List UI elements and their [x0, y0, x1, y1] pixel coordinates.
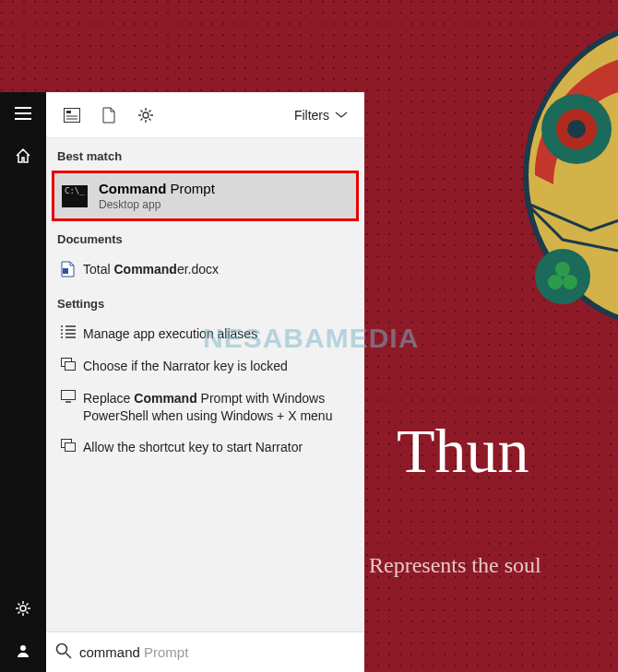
setting-result-text: Manage app execution aliases: [83, 325, 353, 343]
best-match-title: Command Prompt: [99, 181, 215, 196]
overlay-icon: [57, 439, 79, 452]
home-icon: [15, 147, 31, 164]
setting-result-narrator-shortcut[interactable]: Allow the shortcut key to start Narrator: [50, 431, 361, 464]
wallpaper-title: Thun: [397, 415, 529, 488]
scope-settings-button[interactable]: [127, 92, 164, 138]
wallpaper-art: Thun Represents the soul: [369, 0, 618, 672]
svg-point-1: [556, 109, 597, 149]
svg-point-2: [567, 120, 586, 138]
svg-rect-17: [62, 390, 76, 399]
svg-rect-11: [65, 108, 80, 122]
gear-icon: [15, 600, 31, 617]
setting-result-narrator-lock[interactable]: Choose if the Narrator key is locked: [50, 350, 361, 383]
settings-button[interactable]: [0, 587, 46, 630]
docx-icon: [57, 261, 79, 277]
scope-documents-button[interactable]: [90, 92, 127, 138]
setting-result-aliases[interactable]: Manage app execution aliases: [50, 318, 361, 350]
search-results-panel: Filters Best match C:\_ Command Prompt D…: [46, 92, 364, 672]
apps-scope-icon: [64, 108, 80, 123]
best-match-subtitle: Desktop app: [99, 198, 215, 211]
svg-point-10: [20, 645, 26, 651]
filters-label: Filters: [294, 108, 329, 123]
person-icon: [16, 643, 30, 658]
svg-point-0: [541, 94, 612, 164]
panel-header: Filters: [46, 92, 364, 138]
svg-point-13: [143, 112, 149, 118]
document-scope-icon: [102, 107, 115, 124]
document-result-text: Total Commander.docx: [83, 261, 353, 278]
svg-rect-19: [65, 443, 76, 452]
home-button[interactable]: [0, 135, 46, 177]
eagle-ornament: [470, 0, 618, 350]
chevron-down-icon: [335, 112, 348, 119]
setting-result-text: Choose if the Narrator key is locked: [83, 358, 353, 375]
svg-rect-16: [65, 361, 76, 370]
setting-result-text: Allow the shortcut key to start Narrator: [83, 439, 353, 456]
account-button[interactable]: [0, 630, 46, 672]
cmd-icon: C:\_: [62, 185, 88, 207]
section-settings-label: Settings: [46, 286, 364, 318]
hamburger-button[interactable]: [0, 92, 46, 135]
svg-point-9: [20, 606, 26, 611]
scope-apps-button[interactable]: [53, 92, 90, 138]
setting-result-text: Replace Command Prompt with Windows Powe…: [83, 390, 353, 425]
setting-result-replace-cmd[interactable]: Replace Command Prompt with Windows Powe…: [50, 383, 361, 432]
settings-scope-icon: [137, 107, 154, 124]
svg-rect-14: [63, 268, 68, 274]
panel-body: Best match C:\_ Command Prompt Desktop a…: [46, 138, 364, 631]
svg-point-6: [535, 249, 590, 304]
start-sidebar: [0, 92, 46, 672]
overlay-icon: [57, 358, 79, 371]
section-best-match-label: Best match: [46, 138, 364, 171]
wallpaper-subtitle: Represents the soul: [369, 553, 541, 578]
document-result[interactable]: Total Commander.docx: [50, 253, 361, 286]
filters-button[interactable]: Filters: [285, 102, 357, 128]
monitor-icon: [57, 390, 79, 403]
svg-rect-12: [66, 111, 71, 113]
search-bar[interactable]: command Prompt: [46, 631, 364, 672]
search-icon: [55, 643, 72, 663]
search-input[interactable]: command Prompt: [79, 644, 355, 660]
list-icon: [57, 325, 79, 338]
best-match-result[interactable]: C:\_ Command Prompt Desktop app: [52, 171, 359, 221]
section-documents-label: Documents: [46, 221, 364, 253]
svg-point-20: [57, 643, 67, 654]
hamburger-icon: [15, 107, 31, 120]
